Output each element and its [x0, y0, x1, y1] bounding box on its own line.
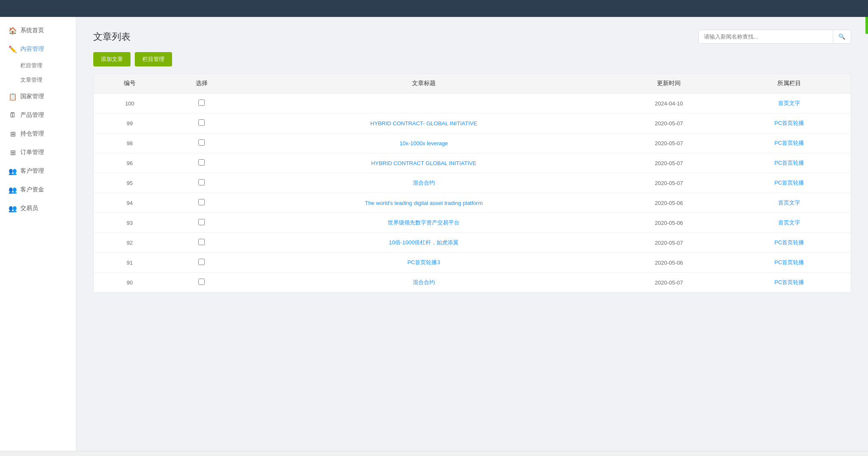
- customers-icon: 👥: [8, 167, 17, 175]
- order-icon: ⊞: [8, 148, 17, 157]
- cell-date: 2020-05-06: [610, 213, 728, 233]
- cell-title[interactable]: 10x-1000x leverage: [238, 133, 610, 153]
- cell-checkbox: [166, 173, 238, 193]
- cell-checkbox: [166, 94, 238, 113]
- sidebar-item-order-label: 订单管理: [20, 149, 44, 156]
- cell-title[interactable]: The world's leading digital asset tradin…: [238, 193, 610, 213]
- cell-category[interactable]: PC首页轮播: [728, 233, 851, 253]
- cell-category[interactable]: PC首页轮播: [728, 253, 851, 273]
- cell-date: 2020-05-06: [610, 193, 728, 213]
- row-checkbox-99[interactable]: [198, 119, 205, 126]
- sidebar-item-product[interactable]: 🗓 产品管理: [0, 106, 76, 124]
- table-header-row: 编号 选择 文章标题 更新时间 所属栏目: [94, 74, 851, 94]
- table-row: 90混合合约2020-05-07PC首页轮播: [94, 273, 851, 293]
- cell-date: 2024-04-10: [610, 94, 728, 113]
- search-box: 🔍: [698, 30, 851, 44]
- search-input[interactable]: [699, 30, 833, 43]
- table-row: 96HYBRID CONTRACT GLOBAL INITIATIVE2020-…: [94, 153, 851, 173]
- sidebar-subitem-article[interactable]: 文章管理: [20, 73, 76, 87]
- col-title: 文章标题: [238, 74, 610, 94]
- edit-icon: ✏️: [8, 45, 17, 53]
- sidebar-item-content[interactable]: ✏️ 内容管理: [0, 40, 76, 58]
- cell-date: 2020-05-07: [610, 153, 728, 173]
- cell-id: 95: [94, 173, 166, 193]
- sidebar: 🏠 系统首页 ✏️ 内容管理 栏目管理 文章管理 📋 国家管理 🗓 产品管理 ⊞…: [0, 17, 76, 451]
- cell-id: 98: [94, 133, 166, 153]
- cell-category[interactable]: PC首页轮播: [728, 153, 851, 173]
- add-article-button[interactable]: 添加文章: [93, 52, 131, 66]
- col-date: 更新时间: [610, 74, 728, 94]
- cell-date: 2020-05-07: [610, 233, 728, 253]
- column-manage-button[interactable]: 栏目管理: [135, 52, 172, 66]
- table-row: 9810x-1000x leverage2020-05-07PC首页轮播: [94, 133, 851, 153]
- cell-id: 94: [94, 193, 166, 213]
- calendar-icon: 🗓: [8, 111, 17, 119]
- row-checkbox-91[interactable]: [198, 259, 205, 265]
- cell-date: 2020-05-07: [610, 273, 728, 293]
- search-button[interactable]: 🔍: [833, 30, 851, 43]
- sidebar-item-home-label: 系统首页: [20, 27, 44, 34]
- cell-category[interactable]: PC首页轮播: [728, 173, 851, 193]
- cell-checkbox: [166, 273, 238, 293]
- cell-checkbox: [166, 113, 238, 133]
- sidebar-subitem-column[interactable]: 栏目管理: [20, 58, 76, 73]
- cell-title[interactable]: PC首页轮播3: [238, 253, 610, 273]
- cell-id: 91: [94, 253, 166, 273]
- main-content: 文章列表 🔍 添加文章 栏目管理 编号 选择 文章标题 更新时间: [76, 17, 868, 451]
- table-row: 91PC首页轮播32020-05-06PC首页轮播: [94, 253, 851, 273]
- row-checkbox-100[interactable]: [198, 99, 205, 106]
- sidebar-item-country-label: 国家管理: [20, 93, 44, 100]
- cell-checkbox: [166, 253, 238, 273]
- table-row: 95混合合约2020-05-07PC首页轮播: [94, 173, 851, 193]
- row-checkbox-92[interactable]: [198, 239, 205, 245]
- cell-category[interactable]: 首页文字: [728, 94, 851, 113]
- cell-title[interactable]: HYBRID CONTRACT GLOBAL INITIATIVE: [238, 153, 610, 173]
- cell-id: 99: [94, 113, 166, 133]
- row-checkbox-98[interactable]: [198, 139, 205, 146]
- row-checkbox-95[interactable]: [198, 179, 205, 185]
- row-checkbox-94[interactable]: [198, 199, 205, 205]
- row-checkbox-96[interactable]: [198, 159, 205, 166]
- cell-category[interactable]: 首页文字: [728, 213, 851, 233]
- table-row: 93世界级领先数字资产交易平台2020-05-06首页文字: [94, 213, 851, 233]
- cell-title[interactable]: HYBRID CONTRACT- GLOBAL INITIATIVE: [238, 113, 610, 133]
- sidebar-item-product-label: 产品管理: [20, 111, 44, 119]
- table-row: 94The world's leading digital asset trad…: [94, 193, 851, 213]
- sidebar-item-order[interactable]: ⊞ 订单管理: [0, 143, 76, 162]
- cell-title[interactable]: 混合合约: [238, 173, 610, 193]
- col-select: 选择: [166, 74, 238, 94]
- article-table: 编号 选择 文章标题 更新时间 所属栏目 1002024-04-10首页文字99…: [93, 73, 851, 293]
- cell-checkbox: [166, 133, 238, 153]
- clipboard-icon: 📋: [8, 92, 17, 101]
- sidebar-item-trader[interactable]: 👥 交易员: [0, 199, 76, 218]
- cell-id: 100: [94, 94, 166, 113]
- cell-category[interactable]: PC首页轮播: [728, 273, 851, 293]
- funds-icon: 👥: [8, 185, 17, 194]
- sidebar-item-position[interactable]: ⊞ 持仓管理: [0, 124, 76, 143]
- cell-category[interactable]: PC首页轮播: [728, 133, 851, 153]
- cell-title[interactable]: 混合合约: [238, 273, 610, 293]
- cell-title[interactable]: [238, 94, 610, 113]
- cell-id: 93: [94, 213, 166, 233]
- sidebar-item-funds[interactable]: 👥 客户资金: [0, 180, 76, 199]
- sidebar-item-trader-label: 交易员: [20, 205, 38, 212]
- sidebar-item-position-label: 持仓管理: [20, 130, 44, 138]
- sidebar-item-country[interactable]: 📋 国家管理: [0, 87, 76, 106]
- page-title: 文章列表: [93, 30, 131, 43]
- trader-icon: 👥: [8, 204, 17, 213]
- row-checkbox-93[interactable]: [198, 219, 205, 225]
- row-checkbox-90[interactable]: [198, 279, 205, 285]
- sidebar-item-customer[interactable]: 👥 客户管理: [0, 162, 76, 180]
- cell-checkbox: [166, 153, 238, 173]
- cell-title[interactable]: 10倍-1000倍杠杆，如虎添翼: [238, 233, 610, 253]
- cell-checkbox: [166, 233, 238, 253]
- scrollbar-area[interactable]: [0, 451, 868, 456]
- sidebar-item-home[interactable]: 🏠 系统首页: [0, 21, 76, 40]
- search-icon: 🔍: [838, 33, 846, 40]
- content-submenu: 栏目管理 文章管理: [0, 58, 76, 87]
- col-category: 所属栏目: [728, 74, 851, 94]
- grid-icon: ⊞: [8, 130, 17, 138]
- cell-title[interactable]: 世界级领先数字资产交易平台: [238, 213, 610, 233]
- cell-category[interactable]: 首页文字: [728, 193, 851, 213]
- cell-category[interactable]: PC首页轮播: [728, 113, 851, 133]
